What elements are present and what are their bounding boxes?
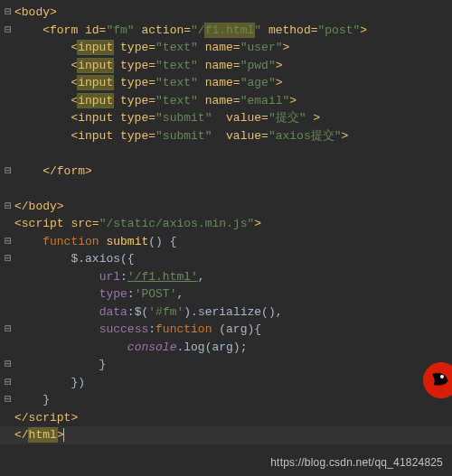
code-line: ⊟ function submit() { xyxy=(0,233,452,251)
fold-icon[interactable]: ⊟ xyxy=(2,4,14,22)
highlight-token: input xyxy=(78,41,113,54)
code-line: ⊟</body> xyxy=(0,198,452,216)
code-line-active: </html> xyxy=(0,426,452,444)
fold-icon[interactable]: ⊟ xyxy=(2,250,14,268)
code-line: ⊟ }) xyxy=(0,374,452,392)
code-line: url:'/f1.html', xyxy=(0,268,452,286)
code-line: ⊟<body> xyxy=(0,4,452,22)
fold-icon[interactable]: ⊟ xyxy=(2,321,14,339)
code-line: type:'POST', xyxy=(0,285,452,303)
fold-icon[interactable]: ⊟ xyxy=(2,22,14,40)
watermark-text: https://blog.csdn.net/qq_41824825 xyxy=(270,454,443,471)
code-line: data:$('#fm').serialize(), xyxy=(0,303,452,322)
code-line: console.log(arg); xyxy=(0,339,452,357)
code-line xyxy=(0,145,452,163)
highlight-token: input xyxy=(78,76,113,89)
fold-icon[interactable]: ⊟ xyxy=(2,391,14,409)
fold-icon[interactable]: ⊟ xyxy=(2,198,14,216)
code-line: ⊟ </form> xyxy=(0,163,452,181)
code-line: <input type="submit" value="提交" > xyxy=(0,109,452,127)
code-line: <input type="text" name="user"> xyxy=(0,39,452,57)
highlight-token: html xyxy=(29,428,57,442)
fold-icon[interactable]: ⊟ xyxy=(2,356,14,374)
csdn-logo-icon xyxy=(414,361,452,399)
svg-point-1 xyxy=(440,375,444,378)
text-cursor xyxy=(63,428,64,442)
highlight-token: input xyxy=(78,94,113,107)
code-line: ⊟ } xyxy=(0,356,452,374)
highlight-token: f1.html xyxy=(205,23,255,37)
highlight-token: input xyxy=(78,59,113,72)
code-line: <input type="submit" value="axios提交"> xyxy=(0,127,452,145)
code-line: ⊟ $.axios({ xyxy=(0,250,452,268)
code-line: <input type="text" name="age"> xyxy=(0,74,452,92)
code-line: <input type="text" name="email"> xyxy=(0,92,452,110)
fold-icon[interactable]: ⊟ xyxy=(2,374,14,392)
code-line: ⊟ success:function (arg){ xyxy=(0,321,452,339)
code-line xyxy=(0,180,452,198)
code-line: ⊟ } xyxy=(0,391,452,409)
code-editor[interactable]: ⊟<body> ⊟ <form id="fm" action="/f1.html… xyxy=(0,0,452,448)
code-line: <input type="text" name="pwd"> xyxy=(0,57,452,75)
code-line: ⊟ <form id="fm" action="/f1.html" method… xyxy=(0,22,452,40)
fold-icon[interactable]: ⊟ xyxy=(2,233,14,251)
code-line: <script src="/static/axios.min.js"> xyxy=(0,215,452,233)
code-line: </script> xyxy=(0,409,452,427)
fold-icon[interactable]: ⊟ xyxy=(2,163,14,181)
